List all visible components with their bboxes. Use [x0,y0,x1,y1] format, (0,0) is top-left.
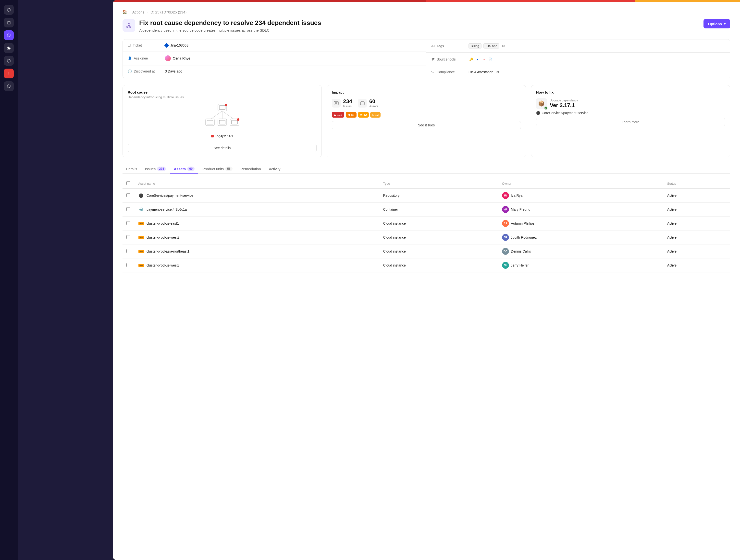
assignee-value[interactable]: Olivia Rhye [165,55,190,61]
sidebar-icon-2[interactable]: ◻ [4,18,14,27]
discovered-label: 🕐 Discovered at [128,69,162,73]
tab-product-units[interactable]: Product units 55 [199,164,236,174]
asset-name: cluster-prod-us-east1 [147,221,179,225]
issues-label: Issues [343,105,352,108]
root-cause-card: Root cause Dependency introducing multip… [122,85,322,157]
issues-stat: 234 Issues [332,98,352,108]
learn-more-button[interactable]: Learn more [536,118,725,126]
tags-value[interactable]: Billing IOS app +3 [468,43,505,49]
breadcrumb-sep-1: › [129,10,130,14]
aws-icon: aws [138,235,144,240]
asset-status: Active [663,216,730,230]
sidebar-icon-3[interactable]: ◉ [4,43,14,53]
src-icon-doc: 📄 [488,57,493,62]
ticket-value[interactable]: Jira-168663 [165,43,188,47]
row-checkbox[interactable] [126,235,130,239]
header-type: Type [379,179,498,189]
tab-activity[interactable]: Activity [265,164,284,174]
issues-tab-badge: 234 [157,167,166,171]
source-tools-value[interactable]: 🔑 ● ○ 📄 [468,57,493,62]
asset-name: cluster-prod-us-west3 [147,263,180,267]
aws-icon: aws [138,249,144,254]
svg-rect-18 [334,101,339,105]
sidebar-icon-active[interactable]: ⬡ [4,30,14,40]
tab-details[interactable]: Details [122,164,141,174]
asset-status: Active [663,230,730,245]
asset-name: cluster-prod-asia-northeast1 [147,249,189,253]
header-text: Fix root cause dependency to resolve 234… [139,19,321,32]
asset-name-cell[interactable]: aws cluster-prod-asia-northeast1 [134,245,379,259]
fix-version-text: Upgrade dependency Ver 2.17.1 [550,99,578,108]
github-repo-icon: ⚫ [138,193,144,198]
table-row: aws cluster-prod-us-east1 Cloud instance… [122,216,730,230]
asset-owner-cell: JR Judith Rodriguez [498,230,663,245]
check-icon: ✓ [544,106,548,110]
breadcrumb-actions[interactable]: Actions [132,10,144,14]
sidebar: ⬡ ◻ ⬡ ◉ ⬡ ! ⬡ [0,0,113,560]
severity-badges: C 122 H 88 M 12 L 12 [332,112,521,117]
root-cause-title: Root cause [128,90,316,94]
assets-tab-badge: 60 [187,167,194,171]
meta-tags-row: 🏷 Tags Billing IOS app +3 [426,39,730,53]
asset-name-cell[interactable]: ⚫ CoreServices/payment-service [134,189,379,203]
source-icons: 🔑 ● ○ 📄 [468,57,493,62]
compliance-icon: 🛡 [431,70,435,74]
clock-icon: 🕐 [128,69,132,73]
owner-avatar: AP [502,220,509,227]
owner-name: Dennis Callis [511,249,531,253]
owner-name: Jerry Helfer [511,263,529,267]
tab-assets[interactable]: Assets 60 [170,164,198,174]
asset-owner-cell: MF Mary Freund [498,203,663,216]
owner-avatar: JR [502,234,509,241]
sidebar-icon-5[interactable]: ⬡ [4,81,14,91]
svg-point-2 [129,26,131,28]
tabs-bar: Details Issues 234 Assets 60 Product uni… [122,164,730,174]
table-header: Asset name Type Owner Status [122,179,730,189]
compliance-value[interactable]: CISA Attestation +3 [468,70,499,74]
see-issues-button[interactable]: See issues [332,121,521,129]
row-checkbox[interactable] [126,249,130,253]
asset-name: CoreServices/payment-service [147,194,193,197]
svg-line-3 [127,25,129,26]
row-checkbox[interactable] [126,263,130,267]
assignee-avatar [165,55,171,61]
tab-remediation[interactable]: Remediation [237,164,264,174]
issues-icon [332,99,341,107]
asset-name-cell[interactable]: aws cluster-prod-us-west3 [134,259,379,272]
sidebar-icon-4[interactable]: ⬡ [4,56,14,66]
root-cause-diagram: Log4j:2.14.1 [128,103,316,138]
owner-avatar: DC [502,248,509,255]
fix-repo[interactable]: ⚫ CoreServices/payment-service [536,111,725,115]
tab-issues[interactable]: Issues 234 [142,164,169,174]
row-checkbox[interactable] [126,207,130,211]
asset-name-cell[interactable]: aws cluster-prod-us-west2 [134,230,379,245]
src-icon-key: 🔑 [468,57,474,62]
version-number: Ver 2.17.1 [550,102,578,108]
severity-medium: M 12 [358,112,369,117]
header-section: Fix root cause dependency to resolve 234… [122,19,730,32]
breadcrumb-current: ID: 2571D70D25 (234) [150,10,186,14]
meta-compliance-row: 🛡 Compliance CISA Attestation +3 [426,66,730,78]
top-bar [113,0,740,2]
home-icon[interactable]: 🏠 [122,10,127,14]
owner-name: Mary Freund [511,207,530,211]
row-checkbox-cell [122,189,134,203]
row-checkbox[interactable] [126,221,130,225]
owner-avatar: MF [502,206,509,213]
src-icon-circle: ○ [481,57,487,62]
asset-type: Cloud instance [379,259,498,272]
see-details-button[interactable]: See details [128,144,316,152]
select-all-checkbox[interactable] [126,181,130,185]
jira-icon [164,43,169,48]
meta-left-col: ☐ Ticket Jira-168663 👤 Assignee [123,39,426,78]
root-cause-label: Log4j:2.14.1 [211,134,233,138]
asset-name-cell[interactable]: aws cluster-prod-us-east1 [134,216,379,230]
options-button[interactable]: Options ▾ [704,19,730,28]
sidebar-icon-1[interactable]: ⬡ [4,5,14,15]
row-checkbox[interactable] [126,193,130,197]
svg-point-7 [225,104,227,106]
owner-name: Judith Rodriguez [511,236,537,239]
sidebar-icon-alert[interactable]: ! [4,69,14,78]
asset-name-cell[interactable]: 🐳 payment-service:4f3b6c1a [134,203,379,216]
asset-type: Cloud instance [379,230,498,245]
